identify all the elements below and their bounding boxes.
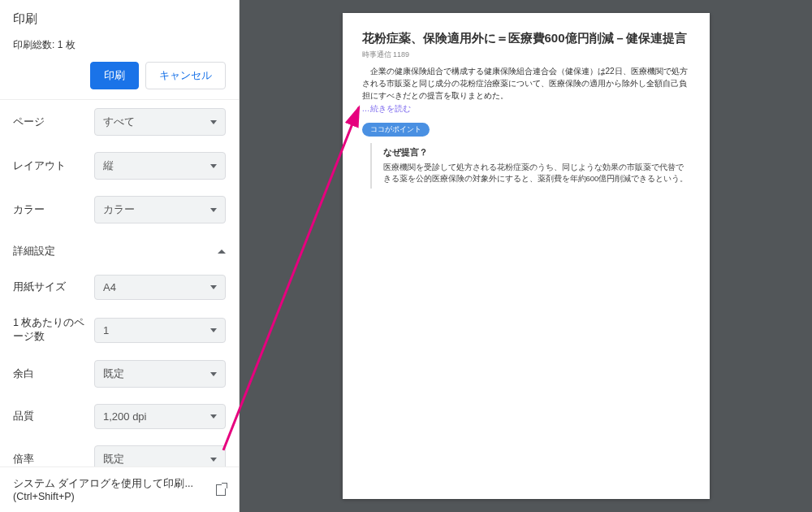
print-button[interactable]: 印刷 — [90, 62, 139, 89]
caret-down-icon — [210, 164, 217, 168]
system-dialog-link[interactable]: システム ダイアログを使用して印刷... (Ctrl+Shift+P) — [0, 466, 239, 512]
caret-down-icon — [210, 285, 217, 289]
point-title: なぜ提言？ — [383, 146, 690, 158]
margin-label: 余白 — [13, 367, 94, 381]
pages-select[interactable]: すべて — [94, 108, 226, 136]
preview-pane: 花粉症薬、保険適用外に＝医療費600億円削減－健保連提言 時事通信 1189 企… — [240, 0, 812, 512]
layout-label: レイアウト — [13, 159, 94, 173]
caret-down-icon — [210, 414, 217, 419]
caret-down-icon — [210, 372, 217, 376]
sysdialog-label: システム ダイアログを使用して印刷... (Ctrl+Shift+P) — [13, 477, 216, 502]
dialog-header: 印刷 印刷総数: 1 枚 印刷 キャンセル — [0, 0, 239, 99]
quality-select[interactable]: 1,200 dpi — [94, 404, 226, 429]
caret-down-icon — [210, 328, 217, 332]
dialog-title: 印刷 — [13, 11, 226, 27]
advanced-label: 詳細設定 — [13, 245, 55, 258]
paper-select[interactable]: A4 — [94, 275, 226, 300]
point-badge: ココがポイント — [362, 123, 430, 137]
persheet-select[interactable]: 1 — [94, 318, 226, 343]
caret-down-icon — [210, 120, 217, 124]
print-summary: 印刷総数: 1 枚 — [13, 38, 226, 52]
caret-down-icon — [210, 458, 217, 462]
quality-label: 品質 — [13, 410, 94, 423]
color-select[interactable]: カラー — [94, 196, 226, 223]
point-body: 医療機関を受診して処方される花粉症薬のうち、同じような効果の市販薬で代替できる薬… — [383, 162, 690, 185]
persheet-label: 1 枚あたりのページ数 — [13, 316, 94, 344]
settings-scroll[interactable]: ページ すべて レイアウト 縦 カラー カラー 詳細設定 用紙サイズ A4 1 … — [0, 99, 239, 466]
preview-page: 花粉症薬、保険適用外に＝医療費600億円削減－健保連提言 時事通信 1189 企… — [343, 13, 710, 499]
article-body: 企業の健康保険組合で構成する健康保険組合連合会（健保連）は22日、医療機関で処方… — [362, 65, 690, 102]
scale-label: 倍率 — [13, 453, 94, 466]
cancel-button[interactable]: キャンセル — [145, 62, 226, 89]
point-box: なぜ提言？ 医療機関を受診して処方される花粉症薬のうち、同じような効果の市販薬で… — [370, 143, 690, 189]
color-label: カラー — [13, 203, 94, 217]
caret-down-icon — [210, 208, 217, 212]
print-dialog: 印刷 印刷総数: 1 枚 印刷 キャンセル ページ すべて レイアウト 縦 カラ… — [0, 0, 240, 512]
paper-label: 用紙サイズ — [13, 280, 94, 294]
article-meta: 時事通信 1189 — [362, 50, 690, 60]
layout-select[interactable]: 縦 — [94, 152, 226, 180]
readmore-link: …続きを読む — [362, 103, 690, 115]
external-link-icon — [216, 484, 226, 496]
advanced-toggle[interactable]: 詳細設定 — [0, 232, 239, 267]
margin-select[interactable]: 既定 — [94, 360, 226, 388]
article-title: 花粉症薬、保険適用外に＝医療費600億円削減－健保連提言 — [362, 31, 690, 46]
scale-select[interactable]: 既定 — [94, 445, 226, 466]
pages-label: ページ — [13, 115, 94, 129]
chevron-up-icon — [218, 249, 226, 254]
